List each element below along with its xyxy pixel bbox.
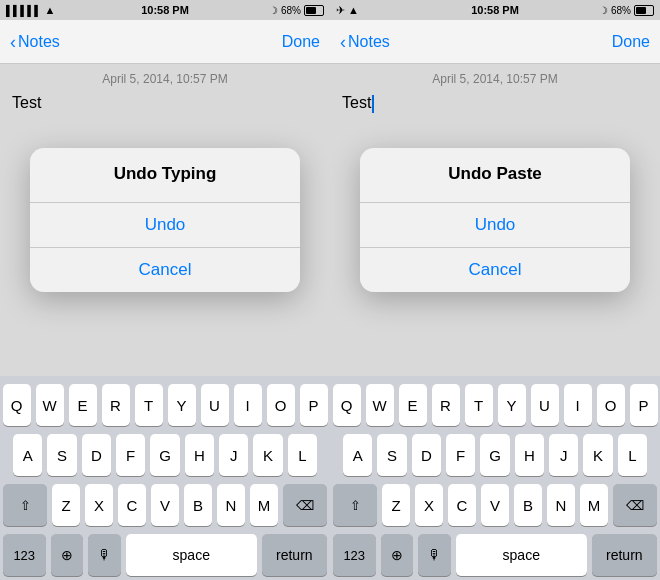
right-alert-dialog: Undo Paste Undo Cancel [360, 148, 630, 292]
left-undo-button[interactable]: Undo [30, 203, 300, 247]
key-v-right[interactable]: V [481, 484, 509, 526]
key-space-left[interactable]: space [126, 534, 257, 576]
key-shift-right[interactable]: ⇧ [333, 484, 377, 526]
battery-icon-right [634, 5, 654, 16]
left-key-row-1: Q W E R T Y U I O P [3, 384, 327, 426]
right-key-row-bottom: 123 ⊕ 🎙 space return [333, 534, 657, 576]
key-shift-left[interactable]: ⇧ [3, 484, 47, 526]
key-r-left[interactable]: R [102, 384, 130, 426]
key-z-left[interactable]: Z [52, 484, 80, 526]
key-o-right[interactable]: O [597, 384, 625, 426]
key-globe-left[interactable]: ⊕ [51, 534, 84, 576]
key-d-right[interactable]: D [412, 434, 441, 476]
key-b-left[interactable]: B [184, 484, 212, 526]
key-m-left[interactable]: M [250, 484, 278, 526]
moon-icon: ☽ [269, 5, 278, 16]
key-e-right[interactable]: E [399, 384, 427, 426]
key-s-left[interactable]: S [47, 434, 76, 476]
right-cancel-button[interactable]: Cancel [360, 248, 630, 292]
left-key-row-bottom: 123 ⊕ 🎙 space return [3, 534, 327, 576]
key-x-right[interactable]: X [415, 484, 443, 526]
chevron-left-icon-right: ‹ [340, 33, 346, 51]
key-u-left[interactable]: U [201, 384, 229, 426]
key-j-left[interactable]: J [219, 434, 248, 476]
key-q-left[interactable]: Q [3, 384, 31, 426]
left-status-bar: ▌▌▌▌▌ ▲ 10:58 PM ☽ 68% [0, 0, 330, 20]
key-t-left[interactable]: T [135, 384, 163, 426]
key-g-left[interactable]: G [150, 434, 179, 476]
key-g-right[interactable]: G [480, 434, 509, 476]
key-q-right[interactable]: Q [333, 384, 361, 426]
key-m-right[interactable]: M [580, 484, 608, 526]
key-delete-right[interactable]: ⌫ [613, 484, 657, 526]
right-dialog-overlay: Undo Paste Undo Cancel [330, 64, 660, 376]
key-i-right[interactable]: I [564, 384, 592, 426]
key-h-left[interactable]: H [185, 434, 214, 476]
right-key-row-1: Q W E R T Y U I O P [333, 384, 657, 426]
key-a-right[interactable]: A [343, 434, 372, 476]
key-n-left[interactable]: N [217, 484, 245, 526]
key-v-left[interactable]: V [151, 484, 179, 526]
right-undo-button[interactable]: Undo [360, 203, 630, 247]
key-p-left[interactable]: P [300, 384, 328, 426]
key-l-left[interactable]: L [288, 434, 317, 476]
key-c-right[interactable]: C [448, 484, 476, 526]
key-y-right[interactable]: Y [498, 384, 526, 426]
right-keyboard: Q W E R T Y U I O P A S D F G H J K L ⇧ … [330, 376, 660, 580]
key-f-left[interactable]: F [116, 434, 145, 476]
key-num-right[interactable]: 123 [333, 534, 376, 576]
key-w-right[interactable]: W [366, 384, 394, 426]
key-i-left[interactable]: I [234, 384, 262, 426]
left-back-button[interactable]: ‹ Notes [10, 33, 60, 51]
key-j-right[interactable]: J [549, 434, 578, 476]
key-z-right[interactable]: Z [382, 484, 410, 526]
key-globe-right[interactable]: ⊕ [381, 534, 414, 576]
left-dialog-overlay: Undo Typing Undo Cancel [0, 64, 330, 376]
key-u-right[interactable]: U [531, 384, 559, 426]
wifi-icon-right: ▲ [348, 4, 359, 16]
key-num-left[interactable]: 123 [3, 534, 46, 576]
right-battery: ☽ 68% [599, 5, 654, 16]
key-e-left[interactable]: E [69, 384, 97, 426]
key-a-left[interactable]: A [13, 434, 42, 476]
left-cancel-button[interactable]: Cancel [30, 248, 300, 292]
key-r-right[interactable]: R [432, 384, 460, 426]
key-n-right[interactable]: N [547, 484, 575, 526]
key-x-left[interactable]: X [85, 484, 113, 526]
battery-icon-left [304, 5, 324, 16]
key-mic-left[interactable]: 🎙 [88, 534, 121, 576]
key-f-right[interactable]: F [446, 434, 475, 476]
key-p-right[interactable]: P [630, 384, 658, 426]
left-time: 10:58 PM [141, 4, 189, 16]
right-key-row-3: ⇧ Z X C V B N M ⌫ [333, 484, 657, 526]
key-mic-right[interactable]: 🎙 [418, 534, 451, 576]
key-s-right[interactable]: S [377, 434, 406, 476]
right-back-button[interactable]: ‹ Notes [340, 33, 390, 51]
left-signal: ▌▌▌▌▌ ▲ [6, 4, 55, 16]
wifi-icon: ▲ [44, 4, 55, 16]
key-delete-left[interactable]: ⌫ [283, 484, 327, 526]
key-w-left[interactable]: W [36, 384, 64, 426]
key-return-left[interactable]: return [262, 534, 327, 576]
right-done-button[interactable]: Done [612, 33, 650, 51]
key-space-right[interactable]: space [456, 534, 587, 576]
key-h-right[interactable]: H [515, 434, 544, 476]
chevron-left-icon: ‹ [10, 33, 16, 51]
airplane-icon: ✈ [336, 4, 345, 17]
key-l-right[interactable]: L [618, 434, 647, 476]
left-key-row-3: ⇧ Z X C V B N M ⌫ [3, 484, 327, 526]
left-done-button[interactable]: Done [282, 33, 320, 51]
key-return-right[interactable]: return [592, 534, 657, 576]
left-alert-dialog: Undo Typing Undo Cancel [30, 148, 300, 292]
key-y-left[interactable]: Y [168, 384, 196, 426]
right-back-label: Notes [348, 33, 390, 51]
key-o-left[interactable]: O [267, 384, 295, 426]
key-k-left[interactable]: K [253, 434, 282, 476]
key-k-right[interactable]: K [583, 434, 612, 476]
key-d-left[interactable]: D [82, 434, 111, 476]
key-t-right[interactable]: T [465, 384, 493, 426]
right-nav-bar: ‹ Notes Done [330, 20, 660, 64]
key-b-right[interactable]: B [514, 484, 542, 526]
right-status-bar: ✈ ▲ 10:58 PM ☽ 68% [330, 0, 660, 20]
key-c-left[interactable]: C [118, 484, 146, 526]
